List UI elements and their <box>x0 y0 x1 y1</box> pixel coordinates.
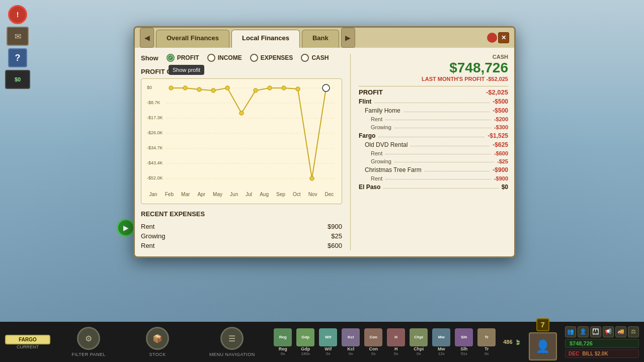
drug-item-reg[interactable]: Reg Reg 0x <box>272 328 293 356</box>
svg-point-22 <box>282 86 286 90</box>
drug-item-tr[interactable]: Tr Tr 0x <box>476 328 497 356</box>
income-radio[interactable] <box>207 54 215 62</box>
last-month-profit: LAST MONTH'S PROFIT -$52,025 <box>359 76 508 82</box>
drug-icon-reg: Reg <box>274 328 292 346</box>
drug-item-mw[interactable]: Mw Mw 12x <box>431 328 452 356</box>
tab-overall-finances[interactable]: Overall Finances <box>156 30 229 48</box>
location-display: FARGO CURRENT <box>5 335 50 349</box>
scales-icon[interactable]: ⚖ <box>628 326 639 337</box>
filter-panel-btn[interactable]: ⚙ FILTER PANEL <box>71 327 106 357</box>
character-portrait[interactable]: 👤 <box>529 332 557 360</box>
dvd-rental-row: Old DVD Rental -$625 <box>359 140 508 149</box>
flint-dots <box>374 103 490 103</box>
right-panel: CASH $748,726 LAST MONTH'S PROFIT -$52,0… <box>350 54 508 250</box>
show-expenses-option[interactable]: EXPENSES <box>250 54 293 62</box>
alert-button[interactable]: ! <box>8 5 27 24</box>
drug-icon-h: H <box>387 328 405 346</box>
svg-text:$0: $0 <box>147 85 152 90</box>
left-panel: Show ✓ PROFIT INCOME EXPENSES <box>141 54 342 250</box>
show-cash-option[interactable]: CASH <box>301 54 329 62</box>
drug-icon-con: Con <box>364 328 382 346</box>
family-home-row: Family Home -$500 <box>359 106 508 115</box>
drug-item-h[interactable]: H H 0x <box>385 328 407 356</box>
dvd-rent-amount: -$600 <box>494 150 508 156</box>
workers-icon[interactable]: 👥 <box>565 326 576 337</box>
tab-bank[interactable]: Bank <box>302 30 339 48</box>
portrait-area: 7 👤 THE HEMPEROR <box>527 318 559 363</box>
svg-text:-$43.4K: -$43.4K <box>147 160 163 165</box>
bill-display: BILL $2.0K <box>582 351 608 356</box>
modal-content: Show ✓ PROFIT INCOME EXPENSES <box>135 48 514 256</box>
flint-rent-label: Rent <box>371 116 382 122</box>
help-button[interactable]: ? <box>8 48 27 67</box>
drug-item-slh[interactable]: Slh Slh 51x <box>453 328 474 356</box>
close-x-button[interactable]: ✕ <box>498 32 509 43</box>
elpaso-dots <box>383 188 498 189</box>
svg-point-19 <box>239 111 244 115</box>
flint-rent-amount: -$200 <box>494 116 508 122</box>
tab-local-finances[interactable]: Local Finances <box>231 30 300 48</box>
expense-label-3: Rent <box>141 242 154 249</box>
expenses-radio[interactable] <box>250 54 258 62</box>
filter-panel-icon[interactable]: ⚙ <box>77 327 100 350</box>
finance-table: PROFIT -$2,025 Flint -$500 Family Home -… <box>359 86 508 192</box>
tab-next-button[interactable]: ▶ <box>341 28 355 48</box>
close-red-button[interactable] <box>487 33 497 43</box>
group-icon[interactable]: 👨‍👩‍👧 <box>590 326 601 337</box>
elpaso-label: El Paso <box>359 184 380 191</box>
expense-amount-3: $600 <box>328 242 342 249</box>
counter-area: 486 🍃 <box>503 339 520 345</box>
cash-header: CASH $748,726 LAST MONTH'S PROFIT -$52,0… <box>359 54 508 82</box>
drug-icon-chpi: Chpi <box>410 328 428 346</box>
xmas-rent-row: Rent -$900 <box>359 174 508 183</box>
close-btn-area: ✕ <box>487 28 509 48</box>
flint-growing-amount: -$300 <box>494 124 508 130</box>
drug-item-chpi[interactable]: Chpi Chpi 0x <box>408 328 429 356</box>
profit-chart-svg: $0 -$8.7K -$17.3K -$26.0K -$34.7K -$43.4… <box>145 83 338 189</box>
svg-point-21 <box>268 86 272 90</box>
filter-panel-label: FILTER PANEL <box>71 352 106 357</box>
drug-item-con[interactable]: Con Con 0x <box>363 328 384 356</box>
green-indicator[interactable]: ▶ <box>117 219 135 237</box>
elpaso-amount: $0 <box>502 184 508 191</box>
drug-icon-mw: Mw <box>432 328 450 346</box>
drug-item-wif[interactable]: Wif Wif 0x <box>317 328 339 356</box>
profit-label: PROFIT <box>359 88 383 96</box>
drug-name-reg: Reg <box>279 346 287 351</box>
stock-btn[interactable]: 📦 STOCK <box>146 327 169 357</box>
person-icon[interactable]: 👤 <box>578 326 589 337</box>
flint-growing-row: Growing -$300 <box>359 123 508 131</box>
svg-point-25 <box>323 84 330 92</box>
stock-icon[interactable]: 📦 <box>146 327 169 350</box>
drug-qty-slh: 51x <box>461 351 467 356</box>
megaphone-icon[interactable]: 📢 <box>603 326 614 337</box>
menu-nav-icon[interactable]: ☰ <box>220 327 244 350</box>
profit-radio[interactable]: ✓ <box>167 54 175 62</box>
chart-container: $0 -$8.7K -$17.3K -$26.0K -$34.7K -$43.4… <box>141 78 342 204</box>
tab-prev-button[interactable]: ◀ <box>140 28 154 48</box>
xmas-farm-amount: -$900 <box>493 166 508 173</box>
drug-name-tr: Tr <box>485 346 489 351</box>
show-income-option[interactable]: INCOME <box>207 54 242 62</box>
svg-point-23 <box>296 87 300 91</box>
drug-qty-h: 0x <box>394 351 398 356</box>
profit-checkmark: ✓ <box>168 55 173 60</box>
mail-button[interactable]: ✉ <box>7 27 29 46</box>
show-profit-option[interactable]: ✓ PROFIT <box>167 54 199 62</box>
svg-point-15 <box>183 86 187 90</box>
drug-name-kcl: Kcl <box>347 346 354 351</box>
drug-icon-wif: Wif <box>319 328 337 346</box>
profit-row: PROFIT -$2,025 <box>359 86 508 97</box>
menu-nav-label: MENU NAVIGATION <box>209 352 255 357</box>
svg-text:-$8.7K: -$8.7K <box>147 100 160 105</box>
drug-name-con: Con <box>369 346 378 351</box>
drug-item-kcl[interactable]: Kcl Kcl 0x <box>340 328 361 356</box>
menu-nav-btn[interactable]: ☰ MENU NAVIGATION <box>209 327 255 357</box>
location-name: FARGO <box>5 335 50 344</box>
drug-item-gdp[interactable]: Gdp Gdp 180x <box>295 328 316 356</box>
cash-radio[interactable] <box>301 54 309 62</box>
truck-icon[interactable]: 🚚 <box>615 326 626 337</box>
xmas-farm-dots <box>425 171 490 171</box>
drug-name-mw: Mw <box>438 346 445 351</box>
action-icons-row: 👥 👤 👨‍👩‍👧 📢 🚚 ⚖ <box>565 326 639 337</box>
